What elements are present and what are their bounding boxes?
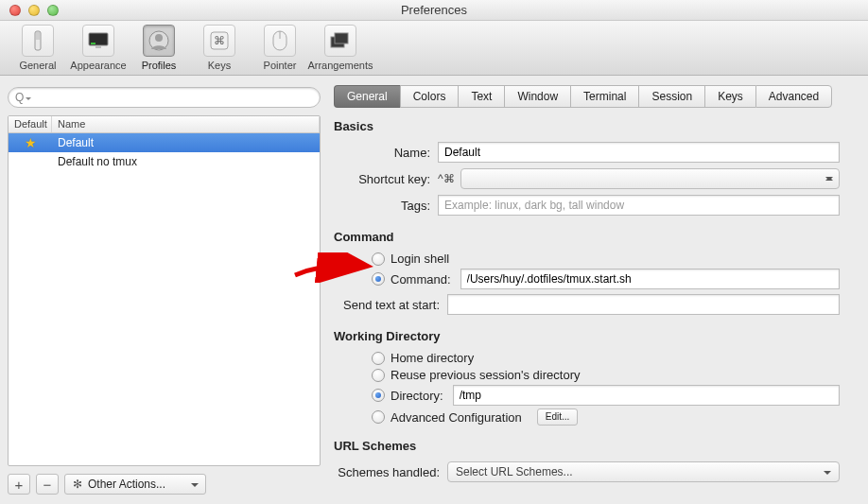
command-label: Command: (391, 272, 451, 287)
login-shell-label: Login shell (391, 252, 449, 266)
directory-field[interactable] (453, 385, 840, 406)
titlebar: Preferences (0, 0, 868, 21)
tags-label: Tags: (334, 199, 438, 213)
profiles-table: Default Name ★ Default Default no tmux (8, 115, 321, 466)
home-dir-label: Home directory (391, 351, 474, 365)
traffic-lights (0, 5, 59, 16)
shortcut-modifiers: ^⌘ (438, 172, 455, 185)
directory-label: Directory: (391, 389, 443, 403)
url-schemes-combo[interactable]: Select URL Schemes... (447, 461, 840, 482)
switch-icon (29, 30, 46, 51)
remove-profile-button[interactable]: − (36, 474, 59, 495)
profile-row[interactable]: Default no tmux (9, 152, 320, 171)
windows-stack-icon (330, 32, 351, 49)
profiles-sidebar: Q Default Name ★ Default Default no tmux… (0, 76, 326, 504)
profile-icon (148, 30, 169, 51)
svg-rect-1 (36, 32, 40, 40)
name-label: Name: (334, 146, 438, 160)
command-field[interactable] (460, 269, 840, 289)
tb-arrangements[interactable]: Arrangements (310, 25, 371, 71)
url-heading: URL Schemes (334, 439, 840, 453)
edit-advanced-button[interactable]: Edit... (537, 408, 579, 426)
window-title: Preferences (401, 3, 467, 17)
workdir-heading: Working Directory (334, 329, 840, 343)
tab-colors[interactable]: Colors (400, 85, 459, 108)
gear-icon: ✻ (73, 478, 82, 491)
reuse-dir-label: Reuse previous session's directory (391, 368, 580, 382)
profile-detail: General Colors Text Window Terminal Sess… (326, 76, 868, 504)
tab-advanced[interactable]: Advanced (755, 85, 832, 108)
minimize-window-button[interactable] (28, 5, 40, 16)
profile-search-input[interactable] (8, 87, 321, 108)
profiles-table-header: Default Name (9, 116, 320, 133)
add-profile-button[interactable]: + (8, 474, 30, 495)
svg-rect-3 (91, 43, 95, 44)
zoom-window-button[interactable] (47, 5, 59, 16)
mouse-icon (272, 30, 287, 51)
col-name[interactable]: Name (52, 116, 320, 132)
preferences-toolbar: General Appearance Profiles ⌘ Keys Point… (0, 21, 868, 76)
other-actions-label: Other Actions... (88, 478, 165, 491)
profile-name: Default no tmux (52, 155, 137, 168)
tb-profiles[interactable]: Profiles (129, 25, 189, 71)
directory-radio[interactable] (372, 389, 385, 402)
command-radio[interactable] (372, 272, 385, 286)
command-heading: Command (334, 230, 840, 244)
tab-general[interactable]: General (334, 85, 400, 108)
profile-name: Default (52, 136, 94, 149)
other-actions-menu[interactable]: ✻ Other Actions... (64, 474, 206, 495)
shortcut-popup[interactable] (460, 168, 840, 189)
tags-field[interactable] (438, 195, 840, 216)
basics-heading: Basics (334, 119, 840, 133)
profile-tabs: General Colors Text Window Terminal Sess… (334, 85, 840, 108)
home-dir-radio[interactable] (372, 352, 385, 365)
name-field[interactable] (438, 142, 840, 163)
shortcut-label: Shortcut key: (334, 172, 438, 186)
tb-appearance[interactable]: Appearance (68, 25, 129, 71)
tab-keys[interactable]: Keys (704, 85, 755, 108)
tab-window[interactable]: Window (504, 85, 570, 108)
tab-text[interactable]: Text (458, 85, 504, 108)
send-text-label: Send text at start: (334, 298, 447, 312)
send-text-field[interactable] (447, 294, 840, 315)
reuse-dir-radio[interactable] (372, 369, 385, 382)
profile-row[interactable]: ★ Default (9, 133, 320, 152)
advanced-config-label: Advanced Configuration (391, 410, 522, 425)
svg-rect-12 (335, 33, 348, 43)
advanced-config-radio[interactable] (372, 410, 385, 424)
tb-general[interactable]: General (8, 25, 68, 71)
star-icon: ★ (25, 135, 37, 150)
schemes-label: Schemes handled: (334, 465, 447, 479)
login-shell-radio[interactable] (372, 252, 385, 266)
tb-keys[interactable]: ⌘ Keys (189, 25, 250, 71)
col-default[interactable]: Default (9, 116, 52, 132)
tab-session[interactable]: Session (638, 85, 704, 108)
svg-text:⌘: ⌘ (214, 34, 225, 47)
svg-rect-4 (95, 46, 101, 48)
svg-point-6 (155, 34, 163, 42)
tb-pointer[interactable]: Pointer (250, 25, 310, 71)
command-key-icon: ⌘ (210, 31, 229, 50)
monitor-icon (88, 32, 109, 49)
close-window-button[interactable] (9, 5, 21, 16)
tab-terminal[interactable]: Terminal (570, 85, 638, 108)
